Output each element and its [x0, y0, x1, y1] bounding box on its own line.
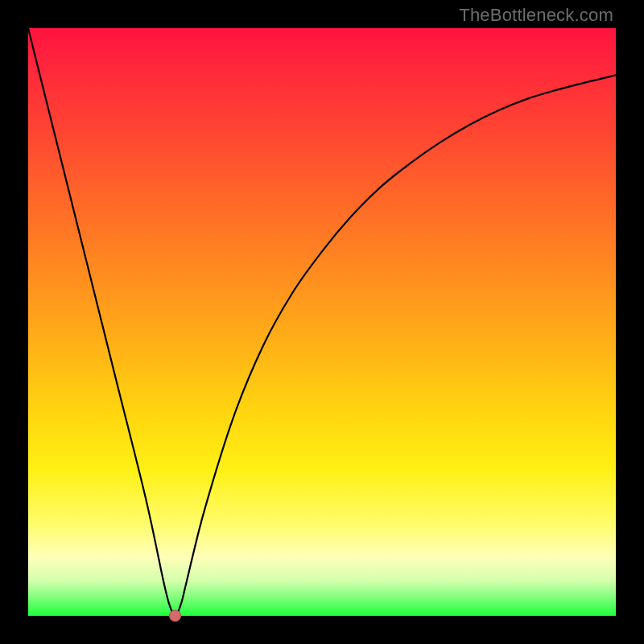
chart-frame: TheBottleneck.com — [0, 0, 644, 644]
min-marker — [170, 610, 181, 621]
watermark-text: TheBottleneck.com — [459, 5, 613, 26]
bottleneck-curve — [28, 28, 616, 616]
curve-path — [28, 28, 616, 616]
plot-area — [28, 28, 616, 616]
